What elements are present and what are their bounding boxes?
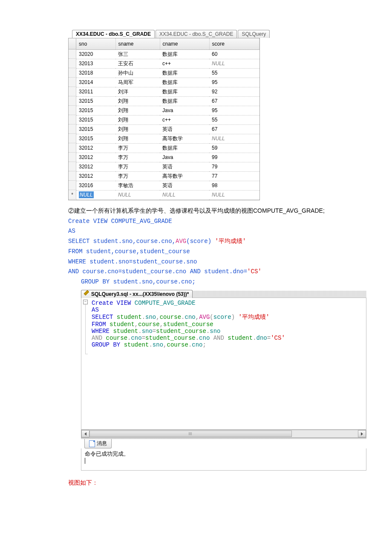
table-cell[interactable]: 刘翔 bbox=[115, 96, 160, 106]
table-cell[interactable]: 32012 bbox=[76, 162, 115, 171]
row-header-cell[interactable] bbox=[69, 68, 76, 78]
table-cell[interactable]: 刘翔 bbox=[115, 124, 160, 134]
table-cell[interactable]: NULL bbox=[160, 190, 209, 199]
table-cell[interactable]: 英语 bbox=[160, 181, 209, 190]
scroll-left-button[interactable] bbox=[81, 430, 89, 437]
table-cell[interactable]: 李万 bbox=[115, 153, 160, 162]
row-header-cell[interactable] bbox=[69, 171, 76, 181]
table-cell[interactable]: 32012 bbox=[76, 153, 115, 162]
table-cell[interactable]: 95 bbox=[209, 106, 259, 115]
table-cell[interactable]: 79 bbox=[209, 162, 259, 171]
table-cell[interactable]: 32020 bbox=[76, 49, 115, 59]
table-cell[interactable]: 马周军 bbox=[115, 78, 160, 87]
table-cell[interactable]: 刘洋 bbox=[115, 87, 160, 96]
table-cell[interactable]: 67 bbox=[209, 96, 259, 106]
editor-tab[interactable]: SQLQuery3.sql - xx...(XX35\lenovo (53))* bbox=[81, 290, 193, 298]
table-row[interactable]: 32015刘翔高等数学NULL bbox=[76, 134, 259, 143]
table-row[interactable]: 32012李万Java99 bbox=[76, 153, 259, 162]
row-header-cell[interactable] bbox=[69, 115, 76, 124]
row-header-cell[interactable] bbox=[69, 106, 76, 115]
table-cell[interactable]: 刘翔 bbox=[115, 115, 160, 124]
table-cell[interactable]: 32015 bbox=[76, 134, 115, 143]
table-cell[interactable]: 数据库 bbox=[160, 49, 209, 59]
fold-toggle-icon[interactable]: − bbox=[83, 300, 88, 304]
row-header-cell[interactable] bbox=[69, 96, 76, 106]
table-cell[interactable]: 55 bbox=[209, 68, 259, 78]
row-header-cell[interactable] bbox=[69, 134, 76, 143]
table-cell[interactable]: 高等数学 bbox=[160, 171, 209, 181]
messages-tab[interactable]: 消息 bbox=[84, 439, 112, 448]
table-cell[interactable]: 32014 bbox=[76, 78, 115, 87]
row-header-cell[interactable] bbox=[69, 181, 76, 190]
table-row[interactable]: 32015刘翔c++55 bbox=[76, 115, 259, 124]
table-cell[interactable]: 数据库 bbox=[160, 143, 209, 153]
table-cell[interactable]: 59 bbox=[209, 143, 259, 153]
row-header-cell[interactable] bbox=[69, 124, 76, 134]
editor-h-scrollbar[interactable] bbox=[81, 430, 366, 438]
table-cell[interactable]: 李万 bbox=[115, 162, 160, 171]
row-header-cell[interactable] bbox=[69, 87, 76, 96]
tab-grade-1[interactable]: XX34.EDUC - dbo.S_C_GRADE bbox=[72, 30, 155, 38]
tab-sqlquery[interactable]: SQLQuery bbox=[238, 30, 270, 38]
table-cell[interactable]: NULL bbox=[76, 190, 115, 199]
table-cell[interactable]: 英语 bbox=[160, 162, 209, 171]
table-cell[interactable]: 数据库 bbox=[160, 87, 209, 96]
table-cell[interactable]: 99 bbox=[209, 153, 259, 162]
table-row[interactable]: 32018孙中山数据库55 bbox=[76, 68, 259, 78]
table-cell[interactable]: 32011 bbox=[76, 87, 115, 96]
table-cell[interactable]: 李万 bbox=[115, 143, 160, 153]
table-cell[interactable]: 刘翔 bbox=[115, 134, 160, 143]
table-cell[interactable]: 李敏浩 bbox=[115, 181, 160, 190]
row-header-cell[interactable] bbox=[69, 190, 76, 199]
table-cell[interactable]: 孙中山 bbox=[115, 68, 160, 78]
table-cell[interactable]: 32015 bbox=[76, 96, 115, 106]
table-cell[interactable]: 英语 bbox=[160, 124, 209, 134]
table-row[interactable]: 32015刘翔Java95 bbox=[76, 106, 259, 115]
col-cname[interactable]: cname bbox=[160, 38, 209, 49]
table-cell[interactable]: 高等数学 bbox=[160, 134, 209, 143]
table-cell[interactable]: 数据库 bbox=[160, 96, 209, 106]
table-cell[interactable]: 数据库 bbox=[160, 68, 209, 78]
table-cell[interactable]: 98 bbox=[209, 181, 259, 190]
col-sname[interactable]: sname bbox=[115, 38, 160, 49]
table-row[interactable]: 32014马周军数据库95 bbox=[76, 78, 259, 87]
row-header-cell[interactable] bbox=[69, 143, 76, 153]
table-cell[interactable]: 32018 bbox=[76, 68, 115, 78]
table-cell[interactable]: NULL bbox=[209, 190, 259, 199]
row-header-cell[interactable] bbox=[69, 162, 76, 171]
table-cell[interactable]: Java bbox=[160, 153, 209, 162]
table-cell[interactable]: NULL bbox=[209, 134, 259, 143]
table-cell[interactable]: 95 bbox=[209, 78, 259, 87]
row-header-cell[interactable] bbox=[69, 153, 76, 162]
table-cell[interactable]: 32012 bbox=[76, 143, 115, 153]
table-cell[interactable]: NULL bbox=[115, 190, 160, 199]
row-header-cell[interactable] bbox=[69, 78, 76, 87]
table-cell[interactable]: 92 bbox=[209, 87, 259, 96]
table-row[interactable]: 32016李敏浩英语98 bbox=[76, 181, 259, 190]
row-header-cell[interactable] bbox=[69, 59, 76, 68]
table-cell[interactable]: 32016 bbox=[76, 181, 115, 190]
col-sno[interactable]: sno bbox=[76, 38, 115, 49]
table-cell[interactable]: 王安石 bbox=[115, 59, 160, 68]
table-cell[interactable]: 77 bbox=[209, 171, 259, 181]
table-cell[interactable]: 60 bbox=[209, 49, 259, 59]
table-cell[interactable]: 李万 bbox=[115, 171, 160, 181]
row-header-cell[interactable] bbox=[69, 49, 76, 59]
table-row[interactable]: 32012李万高等数学77 bbox=[76, 171, 259, 181]
table-cell[interactable]: 55 bbox=[209, 115, 259, 124]
table-cell[interactable]: 32013 bbox=[76, 59, 115, 68]
table-row[interactable]: 32015刘翔英语67 bbox=[76, 124, 259, 134]
tab-grade-2[interactable]: XX34.EDUC - dbo.S_C_GRADE bbox=[156, 30, 237, 38]
sql-editor[interactable]: − Create VIEW COMPUTE_AVG_GRADE AS SELEC… bbox=[81, 298, 366, 430]
table-row[interactable]: 32012李万数据库59 bbox=[76, 143, 259, 153]
table-cell[interactable]: 32015 bbox=[76, 106, 115, 115]
table-cell[interactable]: Java bbox=[160, 106, 209, 115]
col-score[interactable]: score bbox=[209, 38, 259, 49]
table-cell[interactable]: 32015 bbox=[76, 115, 115, 124]
scroll-right-button[interactable] bbox=[358, 430, 366, 437]
table-cell[interactable]: 32015 bbox=[76, 124, 115, 134]
table-cell[interactable]: c++ bbox=[160, 115, 209, 124]
table-row[interactable]: 32012李万英语79 bbox=[76, 162, 259, 171]
table-cell[interactable]: 数据库 bbox=[160, 78, 209, 87]
scroll-track[interactable] bbox=[89, 430, 358, 437]
